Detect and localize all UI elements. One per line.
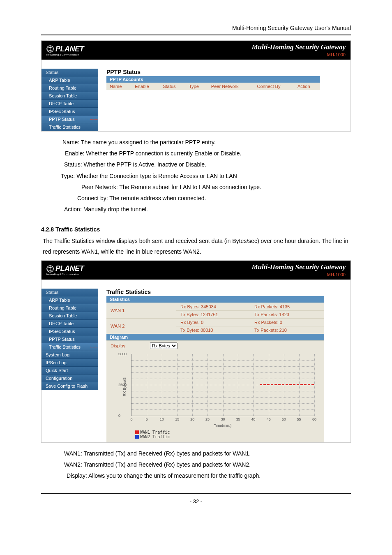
desc-enable: Enable: Whether the PPTP connection is c… (65, 148, 351, 159)
desc-status: Status: Whether the PPTP is Active, Inac… (64, 160, 351, 170)
arrow-indicator-icon: ←← (89, 116, 97, 122)
display-label: Display (111, 343, 125, 348)
desc-wan2: WAN2: Transmitted (Tx) and Received (Rx)… (64, 460, 351, 470)
th-action: Action (294, 83, 320, 90)
xtick-30: 30 (221, 417, 225, 421)
router-title: Multi-Homing Security Gateway MH-1000 (251, 43, 346, 57)
desc-wan1: WAN1: Transmitted (Tx) and Received (Rx)… (64, 449, 351, 459)
xtick-20: 20 (190, 417, 194, 421)
wan1-trace (260, 384, 315, 385)
desc-type: Type: Whether the Connection type is Rem… (61, 171, 351, 181)
legend-swatch-wan2 (135, 435, 139, 439)
wan2-tx-bytes: Tx Bytes: 80010 (176, 326, 250, 334)
pptp-accounts-table: Name Enable Status Type Peer Network Con… (106, 83, 320, 90)
xtick-25: 25 (205, 417, 210, 421)
sidebar-item-session[interactable]: Session Table (42, 312, 98, 320)
sidebar-item-dhcp[interactable]: DHCP Table (42, 320, 98, 328)
th-connect: Connect By (254, 83, 294, 90)
wan1-tx-bytes: Tx Bytes: 1231761 (176, 311, 250, 318)
sidebar-item-status[interactable]: Status (42, 289, 98, 296)
hr-top (41, 35, 351, 35)
sidebar-item-quickstart[interactable]: Quick Start (42, 367, 98, 375)
subheader-bar: PPTP Accounts (106, 76, 320, 83)
xtick-15: 15 (175, 417, 179, 421)
sidebar-item-pptp[interactable]: PPTP Status ←← (42, 116, 98, 123)
wan2-label: WAN 2 (106, 318, 176, 334)
legend-swatch-wan1 (135, 430, 139, 434)
planet-logo: PLANET (46, 45, 84, 53)
sidebar-item-traffic[interactable]: Traffic Statistics (42, 123, 98, 131)
wan1-rx-bytes: Rx Bytes: 345034 (176, 303, 250, 310)
ytick-0: 0 (118, 414, 120, 418)
th-peer: Peer Network (208, 83, 254, 90)
screenshot-pptp-status: PLANET Networking & Communication Multi-… (41, 40, 351, 132)
sidebar-item-session[interactable]: Session Table (42, 92, 98, 100)
sidebar-item-ipseclog[interactable]: IPSec Log (42, 359, 98, 367)
desc-display: Display: Allows you to change the units … (67, 471, 351, 481)
sidebar-item-arp[interactable]: ARP Table (42, 76, 98, 84)
legend-wan2: WAN2 Traffic (140, 435, 170, 439)
logo-subtitle: Networking & Communication (46, 53, 84, 56)
wan1-row: WAN 1 Rx Bytes: 345034Rx Packets: 4135 T… (106, 303, 324, 318)
sidebar-item-arp[interactable]: ARP Table (42, 296, 98, 304)
legend-wan1: WAN1 Traffic (140, 430, 170, 435)
wan2-rx-bytes: Rx Bytes: 0 (176, 319, 250, 326)
sidebar-item-syslog[interactable]: System Log (42, 351, 98, 359)
sidebar-item-routing[interactable]: Routing Table (42, 84, 98, 92)
xtick-10: 10 (160, 417, 164, 421)
page-number: - 32 - (41, 498, 351, 504)
ytick-2500: 2500 (118, 383, 127, 387)
content-pane-2: Traffic Statistics Statistics WAN 1 Rx B… (98, 280, 350, 442)
wan2-row: WAN 2 Rx Bytes: 0Rx Packets: 0 Tx Bytes:… (106, 318, 324, 334)
sidebar-item-pptp[interactable]: PPTP Status (42, 335, 98, 343)
sidebar-item-ipsec[interactable]: IPSec Status (42, 108, 98, 116)
sidebar-item-save[interactable]: Save Config to Flash (42, 382, 98, 390)
globe-icon (46, 265, 54, 273)
sidebar-item-routing[interactable]: Routing Table (42, 304, 98, 312)
wan2-rx-packets: Rx Packets: 0 (250, 319, 324, 326)
panel-title-2: Traffic Statistics (106, 288, 324, 296)
section-heading-traffic: 4.2.8 Traffic Statistics (41, 226, 351, 233)
field-descriptions-2: WAN1: Transmitted (Tx) and Received (Rx)… (61, 449, 351, 481)
wan1-rx-packets: Rx Packets: 4135 (250, 303, 324, 310)
th-type: Type (186, 83, 208, 90)
desc-name: Name: The name you assigned to the parti… (62, 137, 351, 148)
logo-block: PLANET Networking & Communication (46, 45, 84, 56)
logo-block-2: PLANET Networking & Communication (46, 264, 84, 275)
chart-legend: WAN1 Traffic WAN2 Traffic (135, 430, 314, 439)
subheader-statistics: Statistics (106, 296, 324, 303)
sidebar: Status ARP Table Routing Table Session T… (42, 60, 98, 131)
desc-action: Action: Manually drop the tunnel. (64, 204, 351, 215)
desc-connect: Connect by: The remote address when conn… (77, 193, 351, 204)
sidebar-item-status[interactable]: Status (42, 69, 98, 76)
wan1-label: WAN 1 (106, 303, 176, 318)
display-select[interactable]: Rx Bytes (150, 342, 178, 349)
hr-bottom (41, 493, 351, 494)
xtick-60: 60 (312, 417, 316, 421)
panel-title: PPTP Status (106, 68, 320, 76)
chart-ylabel: RX Bytes/S (122, 377, 127, 396)
globe-icon (46, 45, 54, 53)
sidebar-item-dhcp[interactable]: DHCP Table (42, 100, 98, 108)
sidebar-2: Status ARP Table Routing Table Session T… (42, 280, 98, 442)
sidebar-item-traffic[interactable]: Traffic Statistics ←← (42, 343, 98, 351)
xtick-40: 40 (251, 417, 255, 421)
th-enable: Enable (131, 83, 159, 90)
xtick-35: 35 (236, 417, 240, 421)
desc-peer: Peer Network: The Remote subnet for LAN … (81, 182, 351, 192)
router-title-2: Multi-Homing Security Gateway MH-1000 (251, 263, 346, 277)
sidebar-label-traffic: Traffic Statistics (49, 345, 81, 349)
sidebar-label-pptp: PPTP Status (49, 117, 75, 122)
xtick-55: 55 (297, 417, 301, 421)
display-row: Display Rx Bytes (106, 340, 324, 351)
th-name: Name (106, 83, 131, 90)
section-intro: The Traffic Statistics window displays b… (43, 236, 351, 257)
sidebar-item-ipsec[interactable]: IPSec Status (42, 328, 98, 335)
subheader-diagram: Diagram (106, 334, 324, 340)
content-pane: PPTP Status PPTP Accounts Name Enable St… (98, 60, 350, 131)
sidebar-item-config[interactable]: Configuration (42, 375, 98, 382)
xtick-5: 5 (145, 417, 148, 421)
chart-xlabel: Time(min.) (131, 423, 314, 428)
arrow-indicator-icon: ←← (89, 344, 97, 350)
logo-subtitle-2: Networking & Communication (46, 273, 84, 275)
